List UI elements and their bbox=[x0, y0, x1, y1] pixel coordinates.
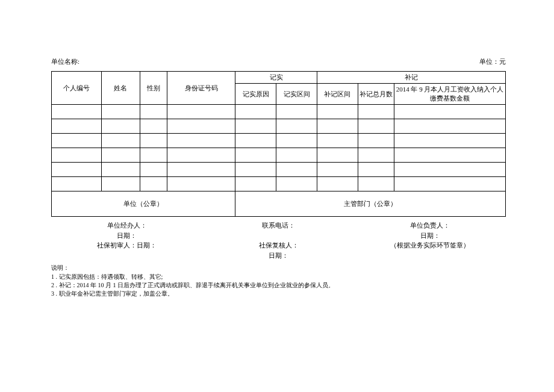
date-1: 日期： bbox=[51, 231, 203, 241]
note-1: 1 . 记实原因包括：待遇领取、转移、其它; bbox=[51, 273, 506, 281]
org-handler: 单位经办人： bbox=[51, 220, 203, 231]
seal-dept: 主管部门（公章） bbox=[235, 191, 506, 217]
table-row bbox=[52, 177, 506, 191]
table-row bbox=[52, 119, 506, 134]
col-id: 个人编号 bbox=[52, 72, 102, 105]
notes-title: 说明： bbox=[51, 264, 506, 272]
notes-section: 说明： 1 . 记实原因包括：待遇领取、转移、其它; 2 . 补记：2014 年… bbox=[51, 264, 506, 298]
table-row bbox=[52, 148, 506, 163]
seal-org: 单位（公章） bbox=[52, 191, 235, 217]
col-idnum: 身份证号码 bbox=[167, 72, 235, 105]
col-name: 姓名 bbox=[101, 72, 140, 105]
table-row bbox=[52, 134, 506, 148]
col-record-group: 记实 bbox=[235, 72, 317, 84]
date-2: 日期： bbox=[354, 231, 506, 241]
ss-review: 社保复核人： bbox=[203, 240, 355, 250]
ss-date: 日期： bbox=[203, 250, 355, 261]
note-3: 3 . 职业年金补记需主管部门审定，加盖公章。 bbox=[51, 290, 506, 298]
main-table: 个人编号 姓名 性别 身份证号码 记实 补记 记实原因 记实区间 补记区间 补记… bbox=[51, 71, 506, 217]
org-name-label: 单位名称: bbox=[51, 57, 79, 66]
header-row: 单位名称: 单位：元 bbox=[51, 57, 506, 66]
seal-row: 单位（公章） 主管部门（公章） bbox=[52, 191, 506, 217]
col-supp-period: 补记区间 bbox=[317, 84, 358, 105]
org-lead: 单位负责人： bbox=[354, 220, 506, 231]
sig-note: （根据业务实际环节签章） bbox=[354, 240, 506, 250]
note-2: 2 . 补记：2014 年 10 月 1 日后办理了正式调动或辞职、辞退手续离开… bbox=[51, 281, 506, 290]
col-record-period: 记实区间 bbox=[276, 84, 317, 105]
table-row bbox=[52, 105, 506, 119]
col-gender: 性别 bbox=[140, 72, 167, 105]
col-supp-group: 补记 bbox=[317, 72, 506, 84]
unit-label: 单位：元 bbox=[479, 57, 506, 66]
contact: 联系电话： bbox=[203, 220, 355, 231]
col-record-reason: 记实原因 bbox=[235, 84, 276, 105]
signature-section: 单位经办人： 日期： 社保初审人：日期： 联系电话： 社保复核人： 日期： 单位… bbox=[51, 220, 506, 260]
table-row bbox=[52, 163, 506, 177]
col-supp-income: 2014 年 9 月本人月工资收入纳入个人缴费基数金额 bbox=[394, 84, 506, 105]
ss-first: 社保初审人：日期： bbox=[51, 240, 203, 250]
col-supp-months: 补记总月数 bbox=[358, 84, 394, 105]
